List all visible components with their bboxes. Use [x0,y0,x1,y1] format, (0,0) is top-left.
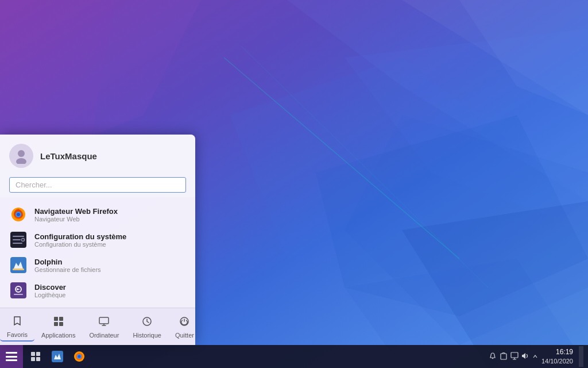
nav-applications-label: Applications [41,332,75,339]
start-menu: LeTuxMasque Navigateur Web Firefox Navig… [0,135,195,345]
svg-point-19 [17,213,20,216]
app-item-sysconfig[interactable]: Configuration du système Configuration d… [0,227,195,252]
svg-rect-32 [59,317,63,321]
clock-date: 14/10/2020 [541,357,573,365]
nav-ordinateur[interactable]: Ordinateur [82,313,126,341]
app-name-discover: Discover [34,283,66,292]
svg-rect-40 [31,357,35,361]
svg-rect-42 [52,351,63,362]
nav-historique[interactable]: Historique [126,313,168,341]
app-desc-firefox: Navigateur Web [34,216,118,223]
clipboard-icon[interactable] [500,352,508,362]
search-box [0,172,195,197]
svg-rect-41 [36,357,40,361]
taskbar-start-button[interactable] [0,345,23,368]
clock-icon [141,316,153,330]
taskbar-appgrid[interactable] [25,346,46,367]
svg-rect-23 [13,243,22,244]
more-icon[interactable] [532,352,538,361]
nav-ordinateur-label: Ordinateur [89,332,119,339]
firefox-icon-wrap [9,205,28,224]
svg-rect-35 [99,317,109,324]
app-item-firefox[interactable]: Navigateur Web Firefox Navigateur Web [0,202,195,227]
network-icon[interactable] [510,352,519,362]
power-icon [179,316,190,330]
menu-bottom-nav: Favoris Applications Ordinateur [0,308,195,345]
app-item-dolphin[interactable]: Dolphin Gestionnaire de fichiers [0,252,195,278]
svg-point-15 [16,158,26,164]
app-name-firefox: Navigateur Web Firefox [34,207,118,216]
app-info-sysconfig: Configuration du système Configuration d… [34,232,126,248]
nav-favoris-label: Favoris [7,331,28,338]
sys-icons [489,352,538,362]
volume-icon[interactable] [521,352,529,362]
app-desc-discover: Logithèque [34,292,66,298]
username: LeTuxMasque [40,151,97,161]
svg-rect-27 [10,282,26,298]
dolphin-icon-wrap [9,256,28,274]
svg-rect-38 [31,352,35,356]
bookmark-icon [11,315,23,329]
discover-icon-wrap [9,281,28,300]
app-item-discover[interactable]: Discover Logithèque [0,278,195,303]
app-info-dolphin: Dolphin Gestionnaire de fichiers [34,258,101,273]
user-avatar [9,144,33,168]
svg-point-14 [18,150,25,157]
clock-display[interactable]: 16:19 14/10/2020 [541,348,573,365]
app-list: Navigateur Web Firefox Navigateur Web Co… [0,197,195,308]
monitor-icon [98,316,110,330]
nav-favoris[interactable]: Favoris [0,313,34,342]
taskbar-system-tray: 16:19 14/10/2020 [489,346,588,367]
app-info-discover: Discover Logithèque [34,283,66,298]
taskbar-apps [23,346,489,367]
svg-rect-21 [13,236,24,237]
show-desktop-button[interactable] [579,346,583,367]
svg-rect-22 [13,239,21,240]
search-input[interactable] [9,177,186,193]
taskbar-dolphin[interactable] [47,346,68,367]
svg-rect-34 [59,322,63,326]
svg-rect-30 [14,294,23,295]
app-name-sysconfig: Configuration du système [34,232,126,241]
svg-point-46 [78,355,81,358]
app-desc-sysconfig: Configuration du système [34,241,126,248]
nav-quitter[interactable]: Quitter [168,313,195,341]
sysconfig-icon-wrap [9,231,28,249]
svg-rect-39 [36,352,40,356]
clock-time: 16:19 [556,348,573,357]
svg-rect-33 [54,322,58,326]
taskbar-firefox[interactable] [69,346,90,367]
grid-icon [53,316,64,330]
svg-rect-25 [10,257,26,273]
svg-rect-26 [13,269,24,270]
svg-rect-47 [501,354,506,359]
app-name-dolphin: Dolphin [34,258,101,266]
app-desc-dolphin: Gestionnaire de fichiers [34,266,101,273]
menu-header: LeTuxMasque [0,135,195,172]
taskbar: 16:19 14/10/2020 [0,345,588,368]
nav-applications[interactable]: Applications [34,313,82,341]
nav-quitter-label: Quitter [175,332,194,339]
svg-rect-31 [54,317,58,321]
app-info-firefox: Navigateur Web Firefox Navigateur Web [34,207,118,223]
hamburger-icon [6,352,17,361]
nav-historique-label: Historique [133,332,161,339]
svg-rect-48 [511,352,518,358]
notification-icon[interactable] [489,352,497,362]
